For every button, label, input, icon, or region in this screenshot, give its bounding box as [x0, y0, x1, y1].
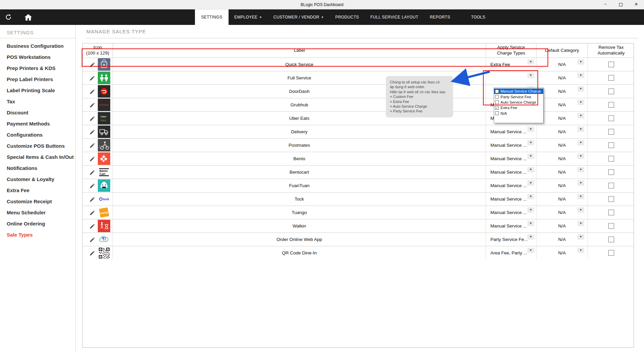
chevron-down-icon[interactable]: ▼ — [527, 207, 534, 213]
remove-tax-checkbox[interactable] — [608, 196, 614, 202]
edit-row-button[interactable] — [89, 196, 95, 202]
sidebar-item-payment-methods[interactable]: Payment Methods — [7, 118, 75, 129]
remove-tax-checkbox[interactable] — [608, 156, 614, 162]
chevron-down-icon[interactable]: ▼ — [577, 207, 584, 213]
default-category-select[interactable]: N/A — [558, 102, 566, 107]
service-charge-select[interactable]: Manual Service ... — [490, 129, 527, 134]
sidebar-item-sale-types[interactable]: Sale Types — [7, 229, 75, 240]
chevron-down-icon[interactable]: ▼ — [577, 127, 584, 132]
default-category-select[interactable]: N/A — [558, 210, 566, 215]
sidebar-item-pos-workstations[interactable]: POS Workstations — [7, 51, 75, 63]
service-charge-select[interactable]: Manual Service ... — [490, 223, 527, 228]
dropdown-option[interactable]: Manual Service Charge — [494, 89, 543, 94]
remove-tax-checkbox[interactable] — [608, 115, 614, 121]
remove-tax-checkbox[interactable] — [608, 250, 614, 256]
chevron-down-icon[interactable]: ▼ — [577, 167, 584, 172]
chevron-down-icon[interactable]: ▼ — [527, 194, 534, 199]
default-category-select[interactable]: N/A — [558, 116, 566, 121]
service-charge-select[interactable]: Area Fee, Party ... — [490, 250, 527, 255]
sidebar-item-prep-printers-kds[interactable]: Prep Printers & KDS — [7, 63, 75, 74]
chevron-down-icon[interactable]: ▼ — [577, 248, 584, 253]
sidebar-item-menu-scheduler[interactable]: Menu Scheduler — [7, 207, 75, 218]
dropdown-option[interactable]: Party Service Fee — [494, 94, 543, 99]
default-category-select[interactable]: N/A — [558, 197, 566, 202]
default-category-select[interactable]: N/A — [558, 237, 566, 242]
dropdown-option[interactable]: ✓Extra Fee — [494, 105, 543, 110]
edit-row-button[interactable] — [89, 75, 95, 81]
chevron-down-icon[interactable]: ▼ — [577, 180, 584, 186]
chevron-down-icon[interactable]: ▼ — [577, 194, 584, 199]
service-charge-select[interactable]: Extra Fee — [490, 62, 510, 67]
sidebar-item-discount[interactable]: Discount — [7, 107, 75, 118]
edit-row-button[interactable] — [89, 156, 95, 162]
service-charge-select[interactable]: Manual Service ... — [490, 183, 527, 188]
chevron-down-icon[interactable]: ▼ — [577, 113, 584, 118]
sidebar-item-business-configuration[interactable]: Business Configuration — [7, 40, 75, 51]
minimize-button[interactable]: − — [598, 0, 613, 9]
unchecked-checkbox-icon[interactable] — [495, 111, 499, 115]
sidebar-item-special-items-cash-in-out[interactable]: Special Items & Cash In/Out — [7, 151, 75, 163]
chevron-down-icon[interactable]: ▼ — [577, 221, 584, 226]
default-category-select[interactable]: N/A — [558, 75, 566, 80]
sidebar-item-online-ordering[interactable]: Online Ordering — [7, 218, 75, 229]
chevron-down-icon[interactable]: ▼ — [527, 127, 534, 132]
tab-reports[interactable]: REPORTS — [424, 9, 456, 25]
chevron-down-icon[interactable]: ▼ — [577, 140, 584, 145]
chevron-down-icon[interactable]: ▼ — [577, 153, 584, 159]
edit-row-button[interactable] — [89, 169, 95, 175]
service-charge-select[interactable]: Manual Service ... — [490, 143, 527, 148]
sidebar-item-configurations[interactable]: Configurations — [7, 129, 75, 140]
chevron-down-icon[interactable]: ▼ — [527, 248, 534, 253]
edit-row-button[interactable] — [89, 142, 95, 148]
edit-row-button[interactable] — [89, 237, 95, 243]
edit-row-button[interactable] — [89, 250, 95, 256]
refresh-icon[interactable] — [5, 13, 12, 21]
sidebar-item-notifications[interactable]: Notifications — [7, 163, 75, 174]
default-category-select[interactable]: N/A — [558, 183, 566, 188]
chevron-down-icon[interactable]: ▼ — [577, 234, 584, 240]
tab-products[interactable]: PRODUCTS — [329, 9, 365, 25]
default-category-select[interactable]: N/A — [558, 143, 566, 148]
remove-tax-checkbox[interactable] — [608, 169, 614, 175]
chevron-down-icon[interactable]: ▼ — [527, 153, 534, 159]
service-charge-select[interactable]: Manual Service ... — [490, 156, 527, 161]
edit-row-button[interactable] — [89, 223, 95, 229]
tab-tools[interactable]: TOOLS — [465, 9, 491, 25]
remove-tax-checkbox[interactable] — [608, 89, 614, 94]
remove-tax-checkbox[interactable] — [608, 223, 614, 229]
tab-full-service-layout[interactable]: FULL SERVICE LAYOUT — [365, 9, 424, 25]
chevron-down-icon[interactable]: ▼ — [527, 59, 534, 65]
default-category-select[interactable]: N/A — [558, 170, 566, 175]
default-category-select[interactable]: N/A — [558, 89, 566, 94]
sidebar-item-customize-receipt[interactable]: Customize Receipt — [7, 196, 75, 207]
close-button[interactable]: ✕ — [629, 0, 644, 9]
sidebar-item-tax[interactable]: Tax — [7, 96, 75, 107]
chevron-down-icon[interactable]: ▼ — [527, 167, 534, 172]
dropdown-option[interactable]: N/A — [494, 111, 543, 116]
chevron-down-icon[interactable]: ▼ — [527, 234, 534, 240]
default-category-select[interactable]: N/A — [558, 129, 566, 134]
chevron-down-icon[interactable]: ▼ — [527, 73, 534, 78]
default-category-select[interactable]: N/A — [558, 250, 566, 255]
sidebar-item-customer-loyalty[interactable]: Customer & Loyalty — [7, 174, 75, 185]
chevron-down-icon[interactable]: ▼ — [577, 86, 584, 92]
service-charge-select[interactable]: Manual Service ... — [490, 197, 527, 202]
dropdown-option[interactable]: Auto Service Charge — [494, 100, 543, 105]
remove-tax-checkbox[interactable] — [608, 237, 614, 242]
remove-tax-checkbox[interactable] — [608, 102, 614, 108]
maximize-button[interactable] — [613, 0, 629, 9]
service-charge-select[interactable]: Manual Service ... — [490, 210, 527, 215]
unchecked-checkbox-icon[interactable] — [495, 100, 499, 104]
tab-customer-vendor[interactable]: CUSTOMER / VENDOR▼ — [268, 9, 330, 25]
unchecked-checkbox-icon[interactable] — [495, 95, 499, 99]
chevron-down-icon[interactable]: ▼ — [577, 59, 584, 65]
default-category-select[interactable]: N/A — [558, 62, 566, 67]
edit-row-button[interactable] — [89, 102, 95, 108]
chevron-down-icon[interactable]: ▼ — [577, 73, 584, 78]
sidebar-item-label-printing-scale[interactable]: Label Printing Scale — [7, 85, 75, 96]
remove-tax-checkbox[interactable] — [608, 62, 614, 67]
chevron-down-icon[interactable]: ▼ — [527, 140, 534, 145]
chevron-down-icon[interactable]: ▼ — [577, 100, 584, 105]
checked-checkbox-icon[interactable]: ✓ — [495, 106, 499, 110]
tab-settings[interactable]: SETTINGS — [195, 9, 229, 25]
